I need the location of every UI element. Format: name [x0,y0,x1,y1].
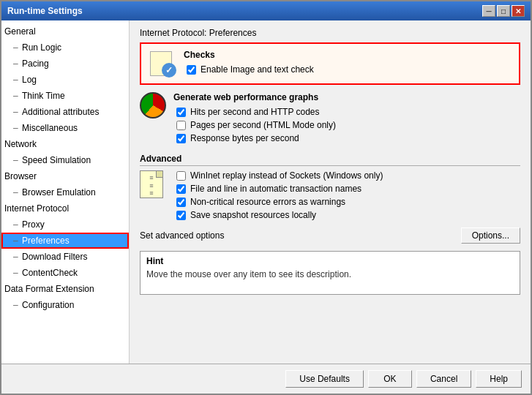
pie-chart-icon [140,92,166,118]
options-button[interactable]: Options... [461,227,520,244]
content-area: General– Run Logic– Pacing– Log– Think T… [1,20,531,364]
sidebar-item-label-data-format-extension: Data Format Extension [4,284,94,294]
set-advanced-row: Set advanced options Options... [140,227,520,244]
check-row-non-critical: Non-critical resource errors as warnings [173,197,520,207]
panel-title: Internet Protocol: Preferences [140,28,520,38]
use-defaults-button[interactable]: Use Defaults [285,370,364,388]
check-row-file-line: File and line in automatic transaction n… [173,184,520,194]
check-row-save-snapshot: Save snapshot resources locally [173,210,520,220]
advanced-icon: ≡≡≡ [140,170,166,197]
sidebar-item-label-internet-protocol: Internet Protocol [4,203,69,214]
sidebar-item-label-browser-emulation: Browser Emulation [22,187,96,198]
check-row-hits: Hits per second and HTTP codes [173,107,520,117]
hint-label: Hint [146,256,514,266]
checks-label: Checks [184,50,314,60]
sidebar-item-label-proxy: Proxy [22,219,45,230]
bottom-bar: Use Defaults OK Cancel Help [1,364,531,394]
title-bar: Run-time Settings ─ □ ✕ [1,1,531,20]
check-row-wininet: WinInet replay instead of Sockets (Windo… [173,170,520,181]
file-line-checkbox[interactable] [176,184,186,194]
sidebar-item-internet-protocol[interactable]: Internet Protocol [1,200,129,217]
sidebar-item-label-download-filters: Download Filters [22,252,87,262]
sidebar-item-additional-attributes[interactable]: – Additional attributes [1,104,129,120]
sidebar-item-label-general: General [4,26,36,37]
save-snapshot-checkbox[interactable] [176,211,186,220]
response-bytes-checkbox[interactable] [176,134,186,143]
check-row-response-bytes: Response bytes per second [173,133,520,143]
perf-section: Generate web performance graphs Hits per… [140,92,520,146]
checks-content: Checks Enable Image and text check [184,50,314,78]
check-row-enable-image: Enable Image and text check [184,64,314,75]
sidebar-item-configuration[interactable]: – Configuration [1,297,129,313]
sidebar-item-label-think-time: Think Time [22,91,65,101]
sidebar-item-run-logic[interactable]: – Run Logic [1,40,129,56]
cancel-button[interactable]: Cancel [416,370,471,388]
minimize-button[interactable]: ─ [482,5,495,17]
sidebar-item-browser[interactable]: Browser [1,168,129,184]
advanced-content: ≡≡≡ WinInet replay instead of Sockets (W… [140,170,520,223]
sidebar-item-pacing[interactable]: – Pacing [1,56,129,72]
sidebar-item-log[interactable]: – Log [1,72,129,88]
perf-graphs-label: Generate web performance graphs [173,92,520,102]
sidebar-item-label-contentcheck: ContentCheck [22,268,78,278]
advanced-section: Advanced ≡≡≡ WinInet replay instead of S… [140,154,520,244]
perf-checks: Generate web performance graphs Hits per… [173,92,520,146]
sidebar-item-speed-simulation[interactable]: – Speed Simulation [1,152,129,168]
response-bytes-label[interactable]: Response bytes per second [190,133,299,143]
main-panel: Internet Protocol: Preferences ✓ Checks … [130,20,531,364]
sidebar-item-label-preferences: Preferences [22,236,70,246]
main-window: Run-time Settings ─ □ ✕ General– Run Log… [0,0,532,395]
sidebar-item-label-log: Log [22,75,37,85]
sidebar-item-label-configuration: Configuration [22,300,74,310]
wininet-replay-checkbox[interactable] [176,171,186,181]
sidebar-item-label-additional-attributes: Additional attributes [22,107,99,117]
pages-per-second-checkbox[interactable] [176,121,186,130]
help-button[interactable]: Help [476,370,522,388]
sidebar-item-general[interactable]: General [1,23,129,40]
title-bar-buttons: ─ □ ✕ [482,5,525,17]
advanced-label: Advanced [140,154,520,166]
non-critical-label[interactable]: Non-critical resource errors as warnings [190,197,345,207]
sidebar-item-label-browser: Browser [4,171,37,181]
enable-image-text-label[interactable]: Enable Image and text check [201,64,314,75]
checks-icon: ✓ [149,50,176,78]
checks-group: ✓ Checks Enable Image and text check [140,42,520,85]
file-line-label[interactable]: File and line in automatic transaction n… [190,184,361,194]
wininet-replay-label[interactable]: WinInet replay instead of Sockets (Windo… [190,170,383,181]
hint-group: Hint Move the mouse over any item to see… [140,251,520,295]
check-mark-icon: ✓ [162,63,176,78]
sidebar-item-download-filters[interactable]: – Download Filters [1,249,129,265]
non-critical-checkbox[interactable] [176,198,186,207]
sidebar: General– Run Logic– Pacing– Log– Think T… [1,20,130,364]
check-row-pages: Pages per second (HTML Mode only) [173,120,520,130]
pages-per-second-label[interactable]: Pages per second (HTML Mode only) [190,120,336,130]
set-advanced-label: Set advanced options [140,230,224,241]
save-snapshot-label[interactable]: Save snapshot resources locally [190,210,316,220]
sidebar-item-data-format-extension[interactable]: Data Format Extension [1,281,129,297]
sidebar-item-think-time[interactable]: – Think Time [1,88,129,104]
advanced-checks: WinInet replay instead of Sockets (Windo… [173,170,520,223]
sidebar-item-label-speed-simulation: Speed Simulation [22,155,91,165]
enable-image-text-checkbox[interactable] [187,65,196,75]
sidebar-item-proxy[interactable]: – Proxy [1,217,129,233]
sidebar-item-label-miscellaneous: Miscellaneous [22,123,78,133]
hint-text: Move the mouse over any item to see its … [146,269,514,279]
maximize-button[interactable]: □ [497,5,510,17]
hits-per-second-checkbox[interactable] [176,108,186,117]
sidebar-item-label-pacing: Pacing [22,59,49,69]
sidebar-item-preferences[interactable]: – Preferences [1,233,129,249]
sidebar-item-browser-emulation[interactable]: – Browser Emulation [1,184,129,200]
sidebar-item-network[interactable]: Network [1,136,129,152]
window-title: Run-time Settings [7,6,83,16]
doc-icon: ≡≡≡ [140,170,163,198]
hits-per-second-label[interactable]: Hits per second and HTTP codes [190,107,320,117]
sidebar-item-label-network: Network [4,139,37,149]
sidebar-item-label-run-logic: Run Logic [22,42,61,53]
ok-button[interactable]: OK [368,370,412,388]
sidebar-item-contentcheck[interactable]: – ContentCheck [1,265,129,281]
close-button[interactable]: ✕ [512,5,525,17]
sidebar-item-miscellaneous[interactable]: – Miscellaneous [1,120,129,136]
